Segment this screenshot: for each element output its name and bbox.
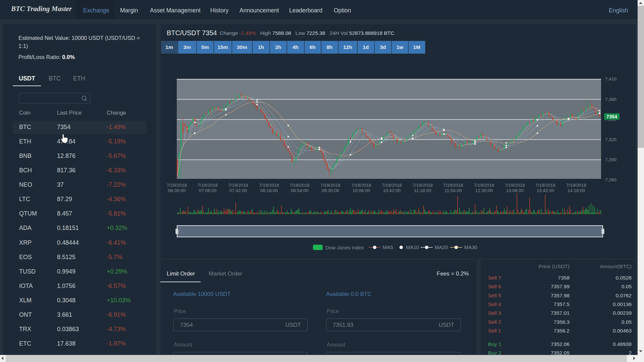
svg-text:07:06:00: 07:06:00 [199,188,217,193]
svg-text:09:30:00: 09:30:00 [322,188,339,193]
svg-text:7/19/2018: 7/19/2018 [167,183,187,188]
svg-text:7/19/2018: 7/19/2018 [382,183,402,188]
svg-text:11:54:00: 11:54:00 [444,188,462,193]
svg-text:MA5: MA5 [383,245,393,250]
svg-text:10:42:00: 10:42:00 [383,188,401,193]
svg-text:MA10: MA10 [406,245,419,250]
svg-text:7354: 7354 [606,114,617,119]
svg-text:7/19/2018: 7/19/2018 [259,183,279,188]
svg-text:06:30:00: 06:30:00 [168,188,186,193]
svg-text:7,260: 7,260 [605,177,616,182]
svg-text:12:30:00: 12:30:00 [475,188,493,193]
svg-text:7/19/2018: 7/19/2018 [289,183,310,188]
svg-text:7/19/2018: 7/19/2018 [474,183,494,188]
svg-text:11:18:00: 11:18:00 [414,188,431,193]
svg-text:7/19/2018: 7/19/2018 [198,183,218,188]
svg-text:7,320: 7,320 [605,137,616,142]
svg-text:7,290: 7,290 [605,157,616,162]
svg-text:MA30: MA30 [464,245,477,250]
svg-text:08:54:00: 08:54:00 [291,188,309,193]
svg-text:7/19/2018: 7/19/2018 [505,183,525,188]
svg-text:7/19/2018: 7/19/2018 [566,183,586,188]
svg-text:13:06:00: 13:06:00 [506,188,524,193]
svg-text:7/19/2018: 7/19/2018 [320,183,340,188]
svg-text:MA20: MA20 [435,245,448,250]
svg-text:10:06:00: 10:06:00 [353,188,370,193]
svg-text:7/19/2018: 7/19/2018 [535,183,555,188]
svg-text:7/19/2018: 7/19/2018 [443,183,463,188]
svg-text:7/19/2018: 7/19/2018 [351,183,371,188]
svg-text:7/19/2018: 7/19/2018 [413,183,433,188]
svg-text:13:42:00: 13:42:00 [537,188,554,193]
svg-text:07:42:00: 07:42:00 [229,188,247,193]
svg-text:7,380: 7,380 [605,97,616,102]
svg-text:7/19/2018: 7/19/2018 [228,183,248,188]
svg-text:14:18:00: 14:18:00 [568,188,585,193]
svg-text:08:18:00: 08:18:00 [260,188,278,193]
svg-text:7,410: 7,410 [605,76,616,81]
